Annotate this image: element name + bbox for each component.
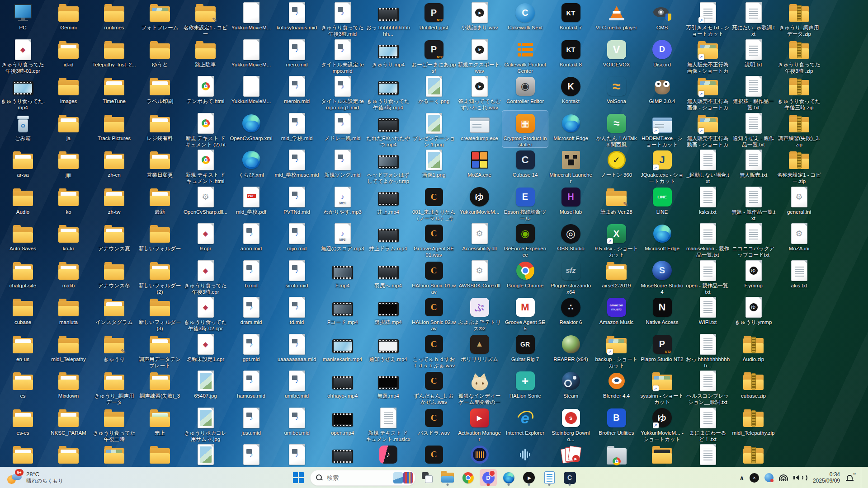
tray-overflow-chevron-icon[interactable]: ∧ bbox=[739, 474, 744, 481]
desktop-icon[interactable]: sSteinberg Downlo... bbox=[548, 405, 594, 442]
desktop-icon[interactable]: おっ hhhhhhhhhhhh... bbox=[685, 332, 731, 369]
desktop-icon[interactable]: PC bbox=[0, 0, 46, 37]
taskbar-app-google-chrome[interactable] bbox=[459, 469, 476, 486]
tray-app-icon[interactable] bbox=[764, 473, 774, 482]
desktop-icon[interactable]: ≈VoiSona bbox=[594, 74, 639, 111]
desktop-icon[interactable]: Steam bbox=[548, 368, 594, 405]
desktop-icon[interactable]: ⚙Accessibility.dll bbox=[457, 221, 502, 258]
desktop-icon[interactable]: ⚙MoZA.ini bbox=[776, 221, 822, 258]
desktop-icon[interactable]: BBrother Utilities bbox=[594, 405, 639, 442]
desktop-icon[interactable]: chatgpt-site bbox=[0, 258, 46, 295]
desktop-icon[interactable]: ♻ごみ箱 bbox=[0, 111, 46, 148]
desktop-icon[interactable]: だれだFXいれたやつ.mp4 bbox=[365, 111, 411, 148]
desktop-icon[interactable]: ksks.txt bbox=[685, 184, 731, 221]
desktop-icon[interactable]: 最新 bbox=[137, 184, 183, 221]
desktop-icon[interactable]: ♪PVTNd.mid bbox=[274, 184, 320, 221]
desktop-icon[interactable]: ♪きゅうり食ってた午後3時.mid bbox=[320, 0, 365, 37]
desktop-icon[interactable]: ♪gpt.mid bbox=[228, 332, 274, 369]
desktop-icon[interactable]: PNT2Untitled.ppsf bbox=[411, 0, 457, 37]
search-input[interactable] bbox=[326, 474, 377, 482]
desktop-icon[interactable]: 新規 テキスト ドキュメント (2).html bbox=[183, 111, 228, 148]
desktop-icon[interactable]: KKontakt bbox=[548, 74, 594, 111]
desktop-icon[interactable]: ◆9.cpr bbox=[183, 221, 228, 258]
desktop-icon[interactable]: MoZA.exe bbox=[457, 147, 502, 184]
desktop-icon[interactable]: 選択肢.mp4 bbox=[365, 295, 411, 332]
desktop-icon[interactable]: きゅうり食ってた.mp4 bbox=[0, 74, 46, 111]
taskbar-app-media-player[interactable]: ▶ bbox=[520, 469, 538, 486]
desktop-icon[interactable]: 孤独なインディーゲーム開発者の一生 ... bbox=[457, 368, 502, 405]
desktop-icon[interactable]: ▲ポリリリリズム bbox=[457, 332, 502, 369]
desktop-icon[interactable]: ぷぷよぷよ™テトリス®2 bbox=[457, 295, 502, 332]
desktop-icon[interactable]: 売上 bbox=[137, 405, 183, 442]
desktop-icon[interactable]: VLC media player bbox=[594, 0, 639, 37]
desktop-icon[interactable]: Auto Saves bbox=[0, 221, 46, 258]
desktop-icon[interactable]: ♪jusu.mid bbox=[228, 405, 274, 442]
desktop-icon[interactable]: Cakewalk Product Center bbox=[502, 37, 548, 74]
desktop-icon[interactable]: midi_Telepathy.zip bbox=[731, 405, 776, 442]
desktop-icon[interactable]: ゆYukkuriMovieM... bbox=[457, 184, 502, 221]
desktop-icon[interactable]: きゅうり食ってた午後3時.mp4 bbox=[365, 74, 411, 111]
desktop-icon[interactable]: TimeTune bbox=[91, 74, 137, 111]
desktop-icon[interactable]: まにまにわーるど！.txt bbox=[685, 405, 731, 442]
desktop-icon[interactable]: 井上ドラム.mp4 bbox=[365, 221, 411, 258]
desktop-icon[interactable]: ゆきゅうり.ymmp bbox=[731, 295, 776, 332]
desktop-icon[interactable]: ▶小銭詰まり.wav bbox=[457, 0, 502, 37]
desktop-icon[interactable]: Track Pictures bbox=[91, 111, 137, 148]
desktop-icon[interactable]: ◆きゅうり食ってた午後3時-02.cpr bbox=[183, 295, 228, 332]
desktop-icon[interactable]: ↗無人販売不正行為画像 - ショートカット bbox=[685, 74, 731, 111]
desktop-icon[interactable]: CHALion Sonic 02.wav bbox=[411, 295, 457, 332]
desktop-icon[interactable]: ♪meroin.mid bbox=[274, 74, 320, 111]
desktop-icon[interactable]: Microsoft Edge bbox=[548, 111, 594, 148]
desktop-icon[interactable]: ◉Controller Editor bbox=[502, 74, 548, 111]
desktop-icon[interactable]: 通知うぜえ - 親作品一覧.txt bbox=[731, 111, 776, 148]
desktop-icon[interactable]: ♪...mid bbox=[274, 442, 320, 467]
desktop-icon[interactable]: NKSC_PARAM bbox=[46, 405, 91, 442]
desktop-icon[interactable]: ♪mid_学校muse.mid bbox=[274, 147, 320, 184]
desktop-icon[interactable]: プレゼンテーション 1.png bbox=[411, 111, 457, 148]
desktop-icon[interactable]: きゅうり_調声用データ bbox=[91, 368, 137, 405]
desktop-icon[interactable]: CMS bbox=[639, 0, 685, 37]
desktop-icon[interactable]: 新しいフォルダー bbox=[137, 221, 183, 258]
desktop-icon[interactable]: ...zip bbox=[731, 442, 776, 467]
desktop-icon[interactable]: 羽尻へ.mp4 bbox=[365, 258, 411, 295]
desktop-icon[interactable]: ♪MP3わかりやす.mp3 bbox=[320, 184, 365, 221]
desktop-icon[interactable]: 65407.jpg bbox=[183, 368, 228, 405]
desktop-icon[interactable]: YukkuriMovieM... bbox=[228, 0, 274, 37]
task-view-button[interactable] bbox=[419, 469, 436, 486]
desktop-icon[interactable]: K...t Fil... bbox=[502, 442, 548, 467]
desktop-icon[interactable]: Microsoft Edge bbox=[639, 221, 685, 258]
taskbar-app-text-editor[interactable] bbox=[541, 469, 558, 486]
desktop-icon[interactable]: Minecraft Launcher bbox=[548, 147, 594, 184]
taskbar-app-file-explorer[interactable] bbox=[439, 469, 456, 486]
desktop-icon[interactable]: ↗無人販売不正行為画像 - ショートカッ... bbox=[685, 37, 731, 74]
desktop-icon[interactable]: 公式きゃっぷ2018 bbox=[137, 442, 183, 467]
desktop-icon[interactable]: eInternet Explorer bbox=[502, 405, 548, 442]
desktop-icon[interactable]: Mixdown bbox=[46, 368, 91, 405]
tray-mute-icon[interactable]: × bbox=[750, 473, 759, 483]
desktop-icon[interactable]: ↗backup - ショートカット bbox=[594, 332, 639, 369]
desktop-icon[interactable]: ♪hamusu.mid bbox=[228, 368, 274, 405]
desktop-icon[interactable]: ♪うた... bbox=[365, 442, 411, 467]
desktop-icon[interactable]: YukkuriMovieM... bbox=[228, 37, 274, 74]
desktop-icon[interactable]: Telepathy_Inst_2... bbox=[91, 37, 137, 74]
desktop-icon[interactable]: ≈かんたん！AITalk 3 関西風 bbox=[594, 111, 639, 148]
desktop-icon[interactable]: ✎きゅうり bbox=[91, 332, 137, 369]
desktop-icon[interactable]: ...歌詞.txt bbox=[685, 442, 731, 467]
desktop-icon[interactable]: 路上駐車 bbox=[183, 37, 228, 74]
desktop-icon[interactable]: 調声練習(失敗)_3 bbox=[137, 368, 183, 405]
desktop-icon[interactable]: Gemini bbox=[46, 0, 91, 37]
desktop-icon[interactable]: GIMP 3.0.4 bbox=[639, 74, 685, 111]
desktop-icon[interactable]: open - 親作品一覧.txt bbox=[685, 258, 731, 295]
desktop-icon[interactable]: きゅうり.mp4 bbox=[365, 37, 411, 74]
desktop-icon[interactable]: ♪b.mid bbox=[228, 258, 274, 295]
desktop-icon[interactable]: 通知うぜえ.mp4 bbox=[365, 332, 411, 369]
desktop-icon[interactable]: manisekarin.mp4 bbox=[320, 332, 365, 369]
desktop-icon[interactable]: ゆF.ymmp bbox=[731, 258, 776, 295]
desktop-icon[interactable]: きゅうり食ってた午後3時 .zip bbox=[776, 37, 822, 74]
desktop-icon[interactable]: ♪新規ソング.mid bbox=[320, 147, 365, 184]
desktop-icon[interactable]: テンポあて.html bbox=[183, 74, 228, 111]
desktop-icon[interactable]: 名称未設定1 - コピー.zip bbox=[776, 147, 822, 184]
desktop-icon[interactable]: Cこってゅｈｄすおｆｄｓｂぶぁ.wav bbox=[411, 332, 457, 369]
desktop-icon[interactable]: 無題 - 親作品一覧.txt bbox=[731, 184, 776, 221]
desktop-icon[interactable]: F.mp4 bbox=[320, 258, 365, 295]
